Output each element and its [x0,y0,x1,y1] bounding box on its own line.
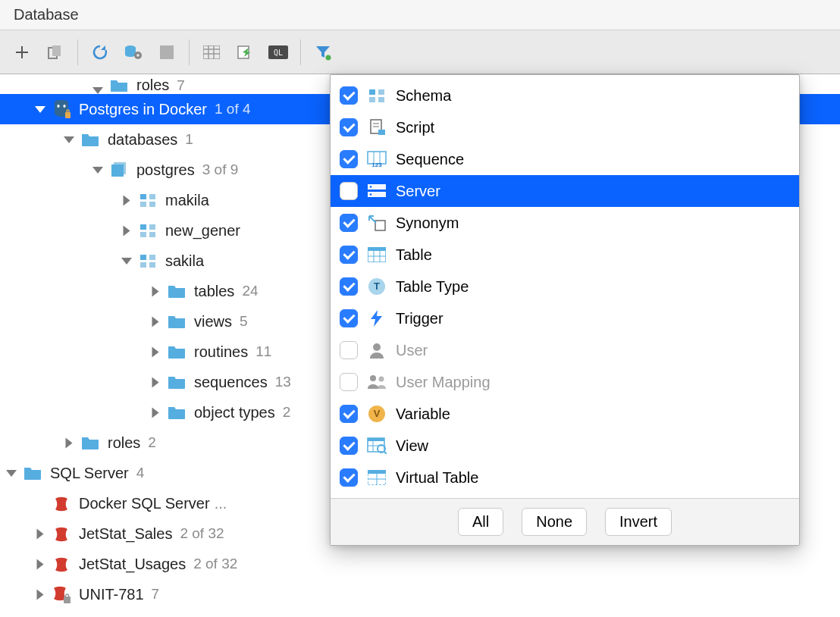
tree-count: 2 [148,434,156,451]
filter-popup: SchemaScript123SequenceServerSynonymTabl… [330,74,800,546]
expand-caret[interactable] [35,106,45,113]
tabletype-icon: T [367,277,387,296]
tree-count: 2 of 32 [193,556,237,572]
expand-caret[interactable] [37,589,44,600]
tree-item-unit-781[interactable]: UNIT-7817 [0,579,840,609]
title-text: Database [14,6,79,23]
checkbox[interactable] [340,86,358,105]
filter-item-user: User [331,334,799,366]
filter-item-server[interactable]: Server [331,175,799,207]
filter-label: User Mapping [396,374,491,391]
filter-label: Script [396,119,434,136]
filter-label: Table Type [396,278,469,296]
checkbox[interactable] [340,309,358,327]
synonym-icon [367,214,387,232]
expand-caret[interactable] [124,225,130,236]
checkbox[interactable] [340,246,358,264]
console-button[interactable]: QL [264,38,293,67]
folder-icon [167,374,186,390]
stop-button[interactable] [152,38,181,67]
folder-icon [23,465,42,481]
expand-caret[interactable] [152,377,159,387]
filter-label: Schema [396,87,451,105]
checkbox[interactable] [340,468,358,487]
svg-text:QL: QL [274,49,283,57]
tree-count: 24 [242,283,258,299]
expand-caret[interactable] [152,316,159,327]
jump-to-source-button[interactable] [230,38,259,67]
table-icon [367,246,387,264]
checkbox[interactable] [340,150,358,168]
tree-label: routines [194,343,248,361]
filter-label: Table [396,246,432,264]
svg-rect-71 [368,470,386,474]
expand-caret[interactable] [152,286,159,296]
folder-icon [167,313,186,330]
filter-invert-button[interactable]: Invert [605,508,672,536]
toolbar: QL [0,30,840,74]
svg-rect-36 [378,89,384,95]
checkbox[interactable] [340,277,358,296]
tree-label: postgres [136,161,195,179]
expand-caret[interactable] [152,346,159,357]
filter-item-virtual-table[interactable]: Virtual Table [331,462,799,493]
checkbox[interactable] [340,118,358,136]
filter-item-variable[interactable]: VVariable [331,398,799,430]
svg-rect-5 [160,45,174,59]
checkbox[interactable] [340,405,358,423]
filter-label: Variable [396,406,450,423]
expand-caret[interactable] [6,470,17,477]
expand-caret[interactable] [37,559,44,569]
filter-item-trigger[interactable]: Trigger [331,302,799,334]
expand-caret[interactable] [152,407,159,418]
expand-caret[interactable] [92,167,103,174]
tree-label: views [194,313,232,330]
svg-rect-65 [368,438,384,441]
folder-icon [167,283,186,299]
expand-caret[interactable] [37,528,44,539]
expand-caret[interactable] [124,195,130,205]
filter-label: User [396,342,428,359]
svg-rect-31 [140,262,146,268]
checkbox[interactable] [340,182,358,200]
expand-caret[interactable] [64,136,74,143]
tree-label: Postgres in Docker [79,101,207,118]
filter-item-script[interactable]: Script [331,111,799,143]
filter-label: Sequence [396,151,464,168]
duplicate-button[interactable] [41,38,70,67]
panel-title: Database [0,0,840,30]
svg-rect-32 [149,262,155,268]
schema-icon [138,252,158,269]
svg-text:V: V [374,408,381,419]
tree-count: 13 [275,374,291,390]
filter-all-button[interactable]: All [458,508,503,536]
filter-item-sequence[interactable]: 123Sequence [331,143,799,175]
checkbox[interactable] [340,437,358,455]
filter-item-table[interactable]: Table [331,239,799,271]
refresh-button[interactable] [86,38,114,67]
table-button[interactable] [197,38,226,67]
filter-item-schema[interactable]: Schema [331,80,799,111]
expand-caret[interactable] [121,258,132,265]
datasource-settings-button[interactable] [119,38,148,67]
checkbox[interactable] [340,214,358,232]
filter-none-button[interactable]: None [522,508,587,536]
filter-item-synonym[interactable]: Synonym [331,207,799,239]
svg-point-59 [373,343,381,351]
svg-rect-20 [111,164,124,177]
filter-item-table-type[interactable]: TTable Type [331,271,799,302]
svg-rect-51 [375,221,385,230]
filter-item-view[interactable]: View [331,430,799,462]
expand-caret[interactable] [92,87,103,94]
expand-caret[interactable] [66,437,73,448]
tree-item-jetstat_usages[interactable]: JetStat_Usages2 of 32 [0,549,840,579]
filter-item-user-mapping: User Mapping [331,366,799,398]
schema-icon [138,222,158,239]
filter-button[interactable] [309,38,337,67]
postgres-icon [52,101,71,117]
folder-icon [167,343,186,360]
tree-label: roles [108,434,140,452]
add-button[interactable] [8,38,36,67]
svg-rect-30 [149,255,155,260]
tree-count: 5 [240,313,248,330]
